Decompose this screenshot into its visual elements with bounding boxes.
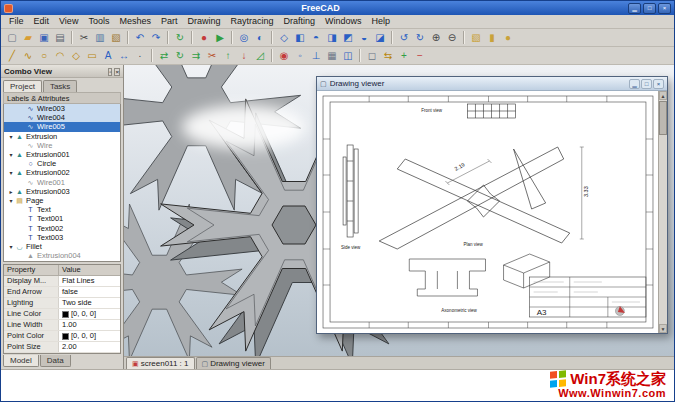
drawing-viewer-window[interactable]: ▢ Drawing viewer ▁ □ × (316, 76, 668, 334)
top-view-icon[interactable]: ◓ (309, 30, 324, 45)
tree-item-text002[interactable]: TText002 (4, 223, 120, 232)
menu-drafting[interactable]: Drafting (278, 15, 320, 28)
menu-view[interactable]: View (54, 15, 83, 28)
draft-trim-icon[interactable]: ✂ (205, 48, 220, 63)
scrollbar-track[interactable] (659, 100, 667, 324)
snap-lock-icon[interactable]: ◉ (277, 48, 292, 63)
draft-downgrade-icon[interactable]: ↓ (237, 48, 252, 63)
property-value[interactable]: [0, 0, 0] (59, 331, 120, 341)
menu-windows[interactable]: Windows (320, 15, 367, 28)
tree-item-wire[interactable]: ∿Wire (4, 141, 120, 150)
draft-move-icon[interactable]: ⇄ (157, 48, 172, 63)
close-button[interactable]: × (658, 3, 671, 14)
draft-text-icon[interactable]: A (101, 48, 116, 63)
tree-item-text[interactable]: TText (4, 205, 120, 214)
tree-item-fillet[interactable]: ▾◡Fillet (4, 242, 120, 251)
tree[interactable]: ∿Wire003∿Wire004∿Wire005▾▲Extrusion∿Wire… (3, 104, 121, 262)
drawing-scrollbar[interactable]: ▲ ▼ (658, 91, 667, 333)
drawing-close-button[interactable]: × (653, 79, 664, 89)
tab-tasks[interactable]: Tasks (43, 80, 77, 92)
tree-expand-icon[interactable]: ▾ (7, 151, 15, 158)
macro-record-icon[interactable]: ● (197, 30, 212, 45)
property-value[interactable]: Two side (59, 298, 120, 308)
property-row[interactable]: Line Width1.00 (4, 320, 120, 331)
draft-scale-icon[interactable]: ◿ (253, 48, 268, 63)
right-view-icon[interactable]: ◨ (325, 30, 340, 45)
3d-viewport[interactable]: ▢ Drawing viewer ▁ □ × (124, 65, 674, 369)
menu-meshes[interactable]: Meshes (114, 15, 156, 28)
tab-project[interactable]: Project (3, 80, 42, 92)
scroll-up-icon[interactable]: ▲ (659, 91, 667, 100)
tree-expand-icon[interactable]: ▸ (7, 188, 15, 195)
cut-icon[interactable]: ✂ (77, 30, 92, 45)
macro-execute-icon[interactable]: ▶ (213, 30, 228, 45)
draft-upgrade-icon[interactable]: ↑ (221, 48, 236, 63)
bottom-view-icon[interactable]: ◒ (357, 30, 372, 45)
menu-file[interactable]: File (4, 15, 29, 28)
copy-icon[interactable]: ▥ (93, 30, 108, 45)
menu-help[interactable]: Help (367, 15, 396, 28)
tree-item-text003[interactable]: TText003 (4, 233, 120, 242)
property-value[interactable]: false (59, 287, 120, 297)
zoom-in-icon[interactable]: ⊕ (429, 30, 444, 45)
tree-expand-icon[interactable]: ▾ (7, 243, 15, 250)
property-value[interactable]: 1.00 (59, 320, 120, 330)
draft-point-icon[interactable]: ∙ (133, 48, 148, 63)
draft-polygon-icon[interactable]: ◇ (69, 48, 84, 63)
working-plane-icon[interactable]: ◫ (341, 48, 356, 63)
tree-item-wire003[interactable]: ∿Wire003 (4, 104, 120, 113)
draft-arc-icon[interactable]: ◠ (53, 48, 68, 63)
draft-rectangle-icon[interactable]: ▭ (85, 48, 100, 63)
draft-rotate-icon[interactable]: ↻ (173, 48, 188, 63)
mdi-tab-drawing-viewer[interactable]: ▢Drawing viewer (196, 357, 271, 369)
tree-item-circle[interactable]: ○Circle (4, 159, 120, 168)
menu-tools[interactable]: Tools (83, 15, 114, 28)
property-row[interactable]: Point Color[0, 0, 0] (4, 331, 120, 342)
tab-data[interactable]: Data (40, 355, 71, 367)
add-point-icon[interactable]: + (397, 48, 412, 63)
drawing-sheet[interactable]: 2.19 3.33 (317, 91, 658, 333)
menu-part[interactable]: Part (156, 15, 183, 28)
property-value[interactable]: [0, 0, 0] (59, 309, 120, 319)
menu-edit[interactable]: Edit (29, 15, 55, 28)
property-row[interactable]: End Arrowfalse (4, 287, 120, 298)
menu-raytracing[interactable]: Raytracing (225, 15, 278, 28)
tree-item-wire001[interactable]: ∿Wire001 (4, 178, 120, 187)
property-row[interactable]: Line Color[0, 0, 0] (4, 309, 120, 320)
tree-item-extrusion002[interactable]: ▾▲Extrusion002 (4, 168, 120, 177)
property-value[interactable]: Flat Lines (59, 276, 120, 286)
part-cylinder-icon[interactable]: ▮ (485, 30, 500, 45)
minimize-button[interactable]: ▁ (628, 3, 641, 14)
panel-close-button[interactable]: × (114, 68, 120, 76)
draft-line-icon[interactable]: ╱ (5, 48, 20, 63)
draft-dimension-icon[interactable]: ↔ (117, 48, 132, 63)
tree-item-extrusion003[interactable]: ▸▲Extrusion003 (4, 187, 120, 196)
snap-grid-icon[interactable]: ▦ (325, 48, 340, 63)
scrollbar-thumb[interactable] (659, 101, 667, 135)
panel-float-button[interactable]: ▫ (108, 68, 112, 76)
refresh-icon[interactable]: ↻ (173, 30, 188, 45)
paste-icon[interactable]: ▧ (109, 30, 124, 45)
draft-offset-icon[interactable]: ⇉ (189, 48, 204, 63)
draft-wire-icon[interactable]: ∿ (21, 48, 36, 63)
tree-expand-icon[interactable]: ▾ (7, 197, 15, 204)
tree-expand-icon[interactable]: ▾ (7, 169, 15, 176)
tree-item-extrusion[interactable]: ▾▲Extrusion (4, 132, 120, 141)
tree-item-extrusion001[interactable]: ▾▲Extrusion001 (4, 150, 120, 159)
snap-perpendicular-icon[interactable]: ⊥ (309, 48, 324, 63)
tree-expand-icon[interactable]: ▾ (7, 133, 15, 140)
left-view-icon[interactable]: ◪ (373, 30, 388, 45)
axonometric-view-icon[interactable]: ◇ (277, 30, 292, 45)
remove-point-icon[interactable]: − (413, 48, 428, 63)
new-document-icon[interactable]: ▢ (5, 30, 20, 45)
drawing-maximize-button[interactable]: □ (641, 79, 652, 89)
fit-all-icon[interactable]: ◎ (237, 30, 252, 45)
part-box-icon[interactable]: ▧ (469, 30, 484, 45)
redo-icon[interactable]: ↷ (149, 30, 164, 45)
property-row[interactable]: Point Size2.00 (4, 342, 120, 353)
scroll-down-icon[interactable]: ▼ (659, 324, 667, 333)
tree-item-extrusion004[interactable]: ▲Extrusion004 (4, 251, 120, 260)
save-icon[interactable]: ▣ (37, 30, 52, 45)
rotate-left-icon[interactable]: ↺ (397, 30, 412, 45)
tree-item-wire004[interactable]: ∿Wire004 (4, 113, 120, 122)
